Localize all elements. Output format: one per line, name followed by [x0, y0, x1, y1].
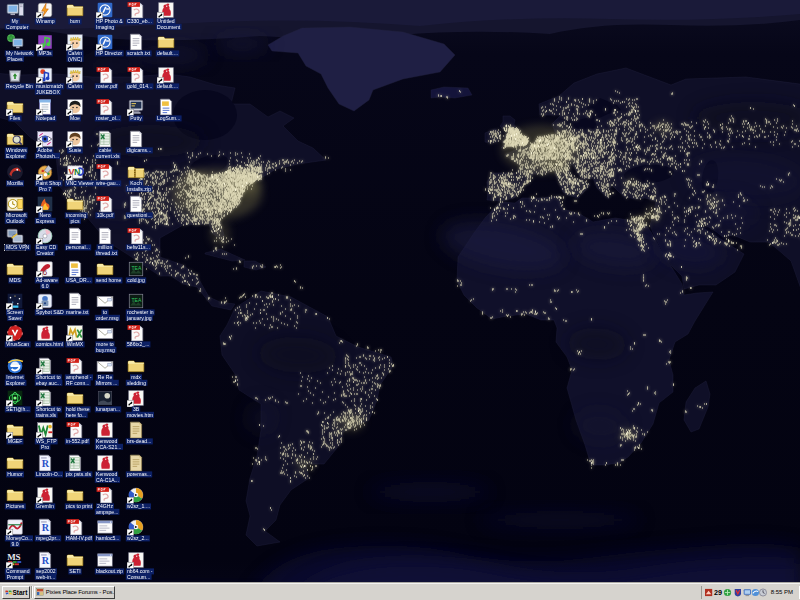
svg-text:29: 29	[714, 588, 722, 597]
svg-text:S: S	[16, 552, 21, 562]
svg-text:TEA: TEA	[132, 297, 142, 303]
svg-text:R: R	[42, 458, 50, 469]
svg-text:6: 6	[43, 268, 48, 277]
svg-text:R: R	[42, 555, 50, 566]
svg-text:R: R	[42, 522, 50, 533]
svg-text:TEA: TEA	[132, 265, 142, 271]
